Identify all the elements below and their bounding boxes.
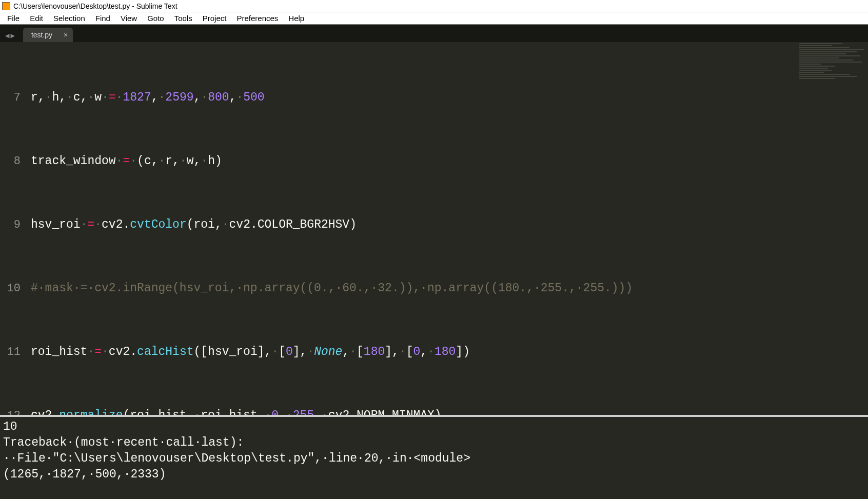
tab-close-icon[interactable]: × [64, 31, 68, 38]
code-line: 8track_window·=·(c,·r,·w,·h) [0, 153, 796, 169]
build-output-panel[interactable]: 10 Traceback·(most·recent·call·last): ··… [0, 417, 868, 499]
menu-selection[interactable]: Selection [48, 13, 90, 24]
editor-area: 7r,·h,·c,·w·=·1827,·2599,·800,·500 8trac… [0, 42, 868, 415]
tab-nav-arrows[interactable]: ◀ ▶ [2, 31, 20, 42]
console-line: 10 [3, 420, 17, 433]
menu-tools[interactable]: Tools [169, 13, 198, 24]
console-line: (1265,·1827,·500,·2333) [3, 468, 166, 481]
window-titlebar: C:\Users\lenovouser\Desktop\test.py - Su… [0, 0, 868, 12]
menu-project[interactable]: Project [198, 13, 232, 24]
code-line: 12cv2.normalize(roi_hist,·roi_hist,·0,·2… [0, 408, 796, 415]
code-line: 10#·mask·=·cv2.inRange(hsv_roi,·np.array… [0, 281, 796, 296]
menu-view[interactable]: View [115, 13, 142, 24]
nav-back-icon[interactable]: ◀ [5, 31, 9, 40]
menu-file[interactable]: File [2, 13, 25, 24]
menu-bar: File Edit Selection Find View Goto Tools… [0, 12, 868, 25]
code-line: 9hsv_roi·=·cv2.cvtColor(roi,·cv2.COLOR_B… [0, 217, 796, 233]
app-icon [2, 2, 10, 10]
tab-test-py[interactable]: test.py × [23, 28, 73, 42]
minimap[interactable] [796, 42, 868, 415]
menu-help[interactable]: Help [283, 13, 309, 24]
window-title: C:\Users\lenovouser\Desktop\test.py - Su… [13, 2, 177, 10]
menu-find[interactable]: Find [90, 13, 115, 24]
code-line: 11roi_hist·=·cv2.calcHist([hsv_roi],·[0]… [0, 344, 796, 360]
tab-label: test.py [31, 31, 52, 39]
menu-edit[interactable]: Edit [25, 13, 48, 24]
console-line: Traceback·(most·recent·call·last): [3, 436, 244, 449]
console-line: ··File·"C:\Users\lenovouser\Desktop\test… [3, 452, 470, 465]
menu-goto[interactable]: Goto [142, 13, 169, 24]
code-editor[interactable]: 7r,·h,·c,·w·=·1827,·2599,·800,·500 8trac… [0, 42, 796, 415]
nav-forward-icon[interactable]: ▶ [10, 31, 14, 40]
code-line: 7r,·h,·c,·w·=·1827,·2599,·800,·500 [0, 90, 796, 106]
tab-bar: ◀ ▶ test.py × [0, 25, 868, 42]
menu-preferences[interactable]: Preferences [231, 13, 283, 24]
